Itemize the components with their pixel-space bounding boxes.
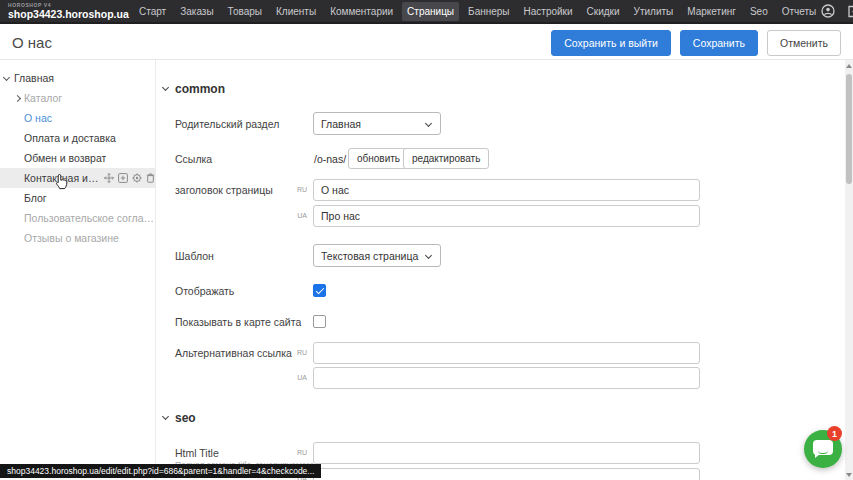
parent-section-select[interactable]: Главная [313, 112, 441, 135]
sidebar-item-label: Контактная инфор [24, 172, 99, 184]
delete-trash-icon[interactable] [146, 173, 155, 183]
link-refresh-button[interactable]: обновить [348, 148, 409, 169]
chevron-right-icon [14, 94, 21, 101]
sitemap-label: Показывать в карте сайта [175, 316, 310, 328]
page-title: О нас [12, 34, 52, 51]
lang-ru-badge: RU [295, 186, 307, 193]
page-title-ru-input[interactable] [313, 179, 700, 201]
page-edit-form: common Родительский раздел Главная Ссылк… [157, 60, 845, 480]
alt-link-ru-input[interactable] [313, 342, 700, 364]
logo-version-label: HOROSHOP V4 [8, 3, 126, 8]
topbar-nav-item[interactable]: Маркетинг [682, 2, 741, 21]
cancel-button[interactable]: Отменить [767, 30, 841, 56]
html-title-label: Html Title [175, 447, 310, 459]
lang-ua-badge: UA [295, 212, 307, 219]
sidebar-item-o-nas[interactable]: О нас [0, 108, 155, 128]
section-seo-header[interactable]: seo [163, 411, 196, 425]
save-and-exit-button[interactable]: Сохранить и выйти [551, 30, 671, 56]
topbar-nav-item[interactable]: Утилиты [629, 2, 679, 21]
page-header: О нас Сохранить и выйти Сохранить Отмени… [0, 26, 853, 60]
save-button[interactable]: Сохранить [680, 30, 758, 56]
sidebar-item-label: Оплата и доставка [24, 132, 116, 144]
sidebar-item-katalog[interactable]: Каталог [0, 88, 155, 108]
link-path-value: /o-nas/ [314, 153, 346, 165]
page-title-label: заголовок страницы [175, 184, 310, 196]
template-label: Шаблон [175, 250, 310, 262]
logout-icon[interactable] [847, 5, 853, 18]
chevron-down-icon [425, 120, 432, 127]
display-label: Отображать [175, 285, 310, 297]
sidebar-item-kontaktnaya-infor[interactable]: Контактная инфор [0, 168, 155, 188]
topbar-nav-item[interactable]: Отчеты [777, 2, 822, 21]
topbar-nav-item[interactable]: Баннеры [463, 2, 514, 21]
sitemap-checkbox[interactable] [313, 315, 326, 328]
sidebar-item-obmen-i-vozvrat[interactable]: Обмен и возврат [0, 148, 155, 168]
topbar-nav-item[interactable]: Seo [745, 2, 773, 21]
topbar-nav-item[interactable]: Клиенты [271, 2, 321, 21]
add-page-icon[interactable] [118, 173, 128, 183]
browser-status-url: shop34423.horoshop.ua/edit/edit.php?id=6… [0, 464, 321, 478]
parent-section-value: Главная [321, 118, 361, 130]
chevron-down-icon [162, 84, 169, 91]
topbar-nav-item[interactable]: Товары [223, 2, 267, 21]
chevron-down-icon [3, 73, 10, 80]
topbar-nav-item[interactable]: Скидки [582, 2, 625, 21]
link-edit-button[interactable]: редактировать [403, 148, 489, 169]
settings-gear-icon[interactable] [132, 173, 142, 183]
topbar-nav-item[interactable]: Настройки [519, 2, 578, 21]
logo-domain-label: shop34423.horoshop.ua [8, 9, 126, 20]
parent-section-label: Родительский раздел [175, 118, 310, 130]
sidebar-item-actions [104, 173, 155, 183]
lang-ru-badge: RU [295, 449, 307, 456]
topbar-nav-item[interactable]: Старт [134, 2, 171, 21]
sidebar-item-label: О нас [24, 112, 52, 124]
horoshop-admin-page: HOROSHOP V4 shop34423.horoshop.ua СтартЗ… [0, 0, 853, 480]
sidebar-item-otzyvy-o-magazine[interactable]: Отзывы о магазине [0, 228, 155, 248]
section-common-title: common [175, 82, 225, 96]
topbar-nav-item[interactable]: Комментарии [325, 2, 398, 21]
section-seo-title: seo [175, 411, 196, 425]
lang-ru-badge: RU [295, 349, 307, 356]
sidebar-item-label: Блог [24, 192, 47, 204]
html-title-ru-input[interactable] [313, 442, 700, 464]
alt-link-label: Альтернативная ссылка [175, 347, 310, 359]
sidebar-item-label: Обмен и возврат [24, 152, 106, 164]
page-title-ua-input[interactable] [313, 205, 700, 227]
header-buttons: Сохранить и выйти Сохранить Отменить [551, 30, 841, 56]
topbar-nav-item[interactable]: Заказы [175, 2, 218, 21]
move-icon[interactable] [104, 173, 114, 183]
sidebar-item-label: Отзывы о магазине [24, 232, 119, 244]
account-icon[interactable] [821, 4, 835, 18]
vertical-scrollbar[interactable] [845, 60, 853, 480]
scrollbar-thumb[interactable] [846, 74, 852, 184]
html-title-ua-input[interactable] [313, 468, 700, 480]
sidebar-item-oplata-i-dostavka[interactable]: Оплата и доставка [0, 128, 155, 148]
sidebar-item-label: Каталог [24, 92, 62, 104]
sidebar-item-polzovatelskoe-soglashenie[interactable]: Пользовательское соглашение [0, 208, 155, 228]
scroll-down-arrow-icon[interactable] [846, 473, 852, 477]
template-value: Текстовая страница [321, 250, 418, 262]
section-common-header[interactable]: common [163, 82, 225, 96]
sidebar-item-blog[interactable]: Блог [0, 188, 155, 208]
pages-tree-sidebar: Главная Каталог О нас Оплата и доставка … [0, 60, 156, 480]
sidebar-item-label: Пользовательское соглашение [24, 212, 155, 224]
topbar-nav: СтартЗаказыТоварыКлиентыКомментарииСтран… [134, 2, 821, 21]
site-logo[interactable]: HOROSHOP V4 shop34423.horoshop.ua [8, 3, 126, 20]
chevron-down-icon [162, 413, 169, 420]
sidebar-item-glavnaya[interactable]: Главная [0, 68, 155, 88]
topbar-nav-item[interactable]: Страницы [402, 2, 459, 21]
alt-link-ua-input[interactable] [313, 367, 700, 389]
scroll-up-arrow-icon[interactable] [846, 64, 852, 68]
chat-unread-badge: 1 [827, 426, 842, 441]
template-select[interactable]: Текстовая страница [313, 244, 441, 267]
sidebar-item-label: Главная [14, 72, 54, 84]
topbar-icons [821, 4, 853, 18]
topbar: HOROSHOP V4 shop34423.horoshop.ua СтартЗ… [0, 0, 853, 24]
chevron-down-icon [425, 252, 432, 259]
lang-ua-badge: UA [295, 374, 307, 381]
display-checkbox[interactable] [313, 284, 326, 297]
link-label: Ссылка [175, 153, 310, 165]
